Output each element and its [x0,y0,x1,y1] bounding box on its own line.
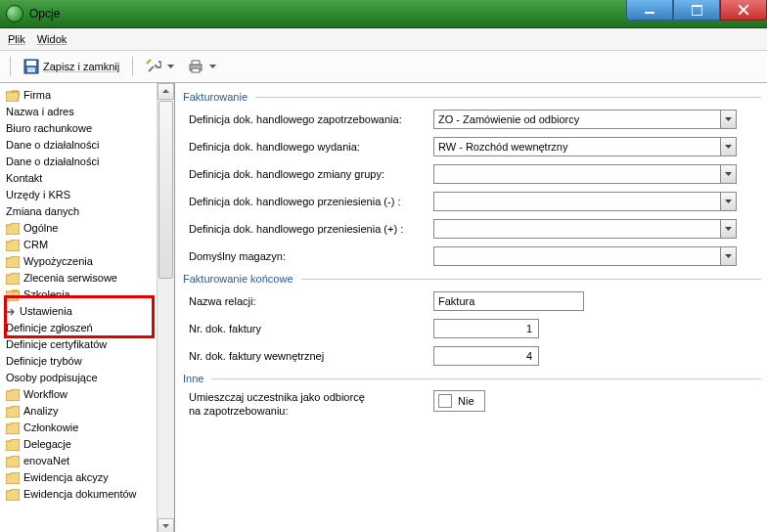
group-title: Inne [183,373,203,384]
tree-folder-czlonkowie[interactable]: Członkowie [4,420,174,436]
dropdown-caret[interactable] [720,164,737,184]
tree-folder-wypozyczenia[interactable]: Wypożyczenia [4,253,174,270]
print-button[interactable] [183,54,221,79]
def-wydania-select[interactable]: RW - Rozchód wewnętrzny [433,137,737,156]
checkbox-icon [438,394,452,408]
tree-item[interactable]: Osoby podpisujące [4,370,174,386]
select-value [433,246,720,266]
chevron-down-icon [725,171,732,178]
close-button[interactable] [720,0,767,21]
tree-label: Dane o działalności [6,137,99,154]
tree-label: Urzędy i KRS [6,187,70,203]
window-titlebar: Opcje [0,0,767,28]
def-zapotrz-select[interactable]: ZO - Zamówienie od odbiorcy [433,110,737,129]
tree-label: Zmiana danych [6,203,79,220]
tree-label: Workflow [23,386,68,403]
dropdown-caret[interactable] [720,137,737,156]
tree-item[interactable]: Definicje trybów [4,353,174,370]
tree-item[interactable]: Dane o działalności [4,154,174,170]
tree-folder-analizy[interactable]: Analizy [4,403,174,420]
scroll-down-button[interactable] [158,518,174,532]
folder-icon [6,489,20,501]
select-value: ZO - Zamówienie od odbiorcy [433,110,720,129]
nazwa-relacji-input[interactable] [433,291,584,311]
group-koncowe: Fakturowanie końcowe [183,273,761,285]
select-value [433,192,720,211]
tree-folder-ewid-akcyzy[interactable]: Ewidencja akcyzy [4,469,174,486]
dropdown-caret[interactable] [720,246,737,266]
tree-label: Członkowie [23,420,78,436]
app-icon [6,5,23,22]
menu-file[interactable]: Plik [8,33,25,45]
wrench-icon [146,59,161,74]
tree-item[interactable]: Definicje zgłoszeń [4,320,174,336]
group-title: Fakturowanie końcowe [183,273,293,285]
maximize-button[interactable] [673,0,720,21]
select-value [433,164,720,184]
def-przen-plus-select[interactable] [433,219,737,239]
field-label: Umieszczaj uczestnika jako odbiorcę na z… [183,390,433,418]
dropdown-caret[interactable] [720,110,737,129]
nr-faktury-input[interactable] [433,319,539,338]
arrow-right-icon [6,307,16,317]
folder-icon [6,389,20,401]
toolbar-separator [132,57,133,76]
tree-folder-ewid-dok[interactable]: Ewidencja dokumentów [4,486,174,503]
nr-faktury-wewn-input[interactable] [433,346,539,366]
tree-folder-ogolne[interactable]: Ogólne [4,220,174,237]
tree-label: Ogólne [23,220,58,237]
tree-item[interactable]: Dane o działalności [4,137,174,154]
scroll-thumb[interactable] [158,101,173,279]
tree-folder-crm[interactable]: CRM [4,237,174,253]
tools-button[interactable] [141,54,179,79]
chevron-down-icon [725,116,732,123]
tree-scrollbar[interactable] [157,83,174,532]
tree-item[interactable]: Nazwa i adres [4,104,174,120]
svg-rect-2 [27,67,35,72]
tree-label: Ustawienia [20,303,72,320]
chevron-down-icon [209,64,216,70]
chevron-down-icon [162,523,169,530]
folder-icon [6,240,20,251]
tree-folder-workflow[interactable]: Workflow [4,386,174,403]
dropdown-caret[interactable] [720,192,737,211]
tree-item[interactable]: Zmiana danych [4,203,174,220]
scroll-up-button[interactable] [158,83,174,100]
umieszczaj-toggle[interactable]: Nie [433,390,485,412]
tree-folder-firma[interactable]: Firma [4,87,174,104]
tree-folder-szkolenia[interactable]: Szkolenia [4,287,174,303]
chevron-down-icon [725,144,732,151]
def-zmiany-select[interactable] [433,164,737,184]
save-icon [23,59,39,74]
dropdown-caret[interactable] [720,219,737,239]
svg-rect-4 [192,61,200,65]
tree-item-ustawienia[interactable]: Ustawienia [4,303,174,320]
toolbar-separator [10,57,11,76]
save-close-button[interactable]: Zapisz i zamknij [19,54,124,79]
toggle-value: Nie [458,395,474,407]
tree-folder-enovanet[interactable]: enovaNet [4,453,174,469]
tree-item[interactable]: Biuro rachunkowe [4,120,174,137]
minimize-button[interactable] [626,0,673,21]
tree-item[interactable]: Kontakt [4,170,174,187]
folder-icon [6,456,20,467]
field-label: Nazwa relacji: [183,295,433,307]
field-label: Definicja dok. handlowego zmiany grupy: [183,168,433,180]
svg-rect-1 [26,61,36,66]
def-przen-minus-select[interactable] [433,192,737,211]
folder-open-icon [6,90,20,102]
tree-label: Dane o działalności [6,154,99,170]
chevron-down-icon [725,253,732,260]
field-label: Definicja dok. handlowego przeniesienia … [183,223,433,235]
tree-item[interactable]: Urzędy i KRS [4,187,174,203]
tree-folder-delegacje[interactable]: Delegacje [4,436,174,453]
menu-view[interactable]: Widok [37,33,68,45]
field-label: Nr. dok. faktury wewnętrznej [183,350,433,362]
tree-label: Kontakt [6,170,42,187]
tree-item[interactable]: Definicje certyfikatów [4,336,174,353]
magazyn-select[interactable] [433,246,737,266]
tree-label: Szkolenia [23,287,70,303]
folder-icon [6,406,20,418]
tree-folder-zlecenia[interactable]: Zlecenia serwisowe [4,270,174,287]
printer-icon [188,59,203,74]
